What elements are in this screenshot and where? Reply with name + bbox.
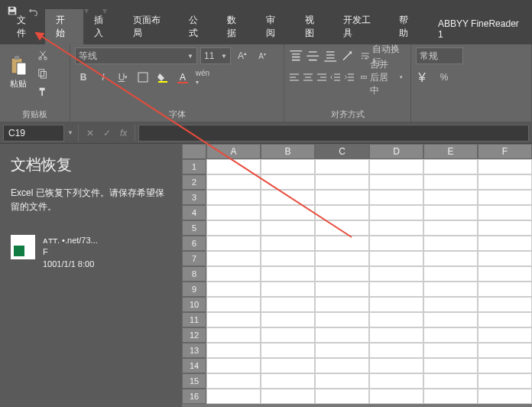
cell[interactable] [369,236,423,251]
row-header[interactable]: 7 [182,251,206,266]
cell[interactable] [369,312,423,327]
cell[interactable] [315,282,369,297]
cell[interactable] [478,297,532,312]
row-header[interactable]: 13 [182,343,206,358]
cell[interactable] [315,373,369,389]
cell[interactable] [315,205,369,220]
cell[interactable] [478,312,532,327]
cell[interactable] [478,343,532,358]
cell[interactable] [369,358,423,373]
enter-icon[interactable]: ✓ [103,128,111,138]
cell[interactable] [261,190,315,205]
align-center-icon[interactable] [303,69,313,86]
cell[interactable] [315,220,369,236]
cell[interactable] [206,358,261,373]
cell[interactable] [315,159,369,174]
cell[interactable] [478,174,532,190]
cell[interactable] [369,389,423,404]
row-header[interactable]: 16 [182,389,206,404]
cell[interactable] [369,327,423,343]
cell[interactable] [423,389,478,404]
tab-dev[interactable]: 开发工具 [332,9,388,44]
fill-color-button[interactable] [154,69,171,86]
cell[interactable] [478,251,532,266]
currency-icon[interactable]: ¥ [416,69,433,86]
align-left-icon[interactable] [289,69,300,86]
row-header[interactable]: 10 [182,297,206,312]
cell[interactable] [206,343,261,358]
cell[interactable] [423,282,478,297]
cell[interactable] [315,343,369,358]
indent-dec-icon[interactable] [330,69,341,86]
cell[interactable] [261,312,315,327]
align-right-icon[interactable] [316,69,327,86]
row-header[interactable]: 15 [182,373,206,389]
format-painter-icon[interactable] [35,84,50,99]
row-header[interactable]: 4 [182,205,206,220]
cell[interactable] [206,190,261,205]
cell[interactable] [423,205,478,220]
tab-formula[interactable]: 公式 [178,9,217,44]
tab-view[interactable]: 视图 [294,9,333,44]
cell[interactable] [478,327,532,343]
cell[interactable] [206,236,261,251]
col-header[interactable]: A [206,144,261,159]
cell[interactable] [315,266,369,282]
cell[interactable] [478,266,532,282]
cell[interactable] [478,220,532,236]
cell[interactable] [369,251,423,266]
number-format-combo[interactable]: 常规 [416,47,463,64]
cancel-icon[interactable]: ✕ [86,128,94,138]
cell[interactable] [261,251,315,266]
cell[interactable] [261,236,315,251]
cell[interactable] [369,159,423,174]
cell[interactable] [423,251,478,266]
cell[interactable] [261,220,315,236]
cell[interactable] [423,373,478,389]
col-header[interactable]: D [369,144,423,159]
col-header[interactable]: C [315,144,369,159]
cell[interactable] [261,266,315,282]
name-box[interactable]: C19 [3,125,64,142]
cell[interactable] [206,174,261,190]
tab-layout[interactable]: 页面布局 [122,9,178,44]
shrink-font-icon[interactable]: A▾ [254,47,271,64]
align-bot-icon[interactable] [323,47,337,64]
cell[interactable] [261,205,315,220]
cell[interactable] [478,190,532,205]
tab-abbyy[interactable]: ABBYY FineReader 1 [427,14,532,44]
grow-font-icon[interactable]: A▴ [234,47,251,64]
font-name-combo[interactable]: 等线▼ [75,47,197,64]
cell[interactable] [423,312,478,327]
cell[interactable] [261,358,315,373]
cell[interactable] [261,282,315,297]
row-header[interactable]: 3 [182,190,206,205]
percent-icon[interactable]: % [436,69,453,86]
cell[interactable] [423,297,478,312]
col-header[interactable]: B [261,144,315,159]
cell[interactable] [315,236,369,251]
row-header[interactable]: 11 [182,312,206,327]
cell[interactable] [369,220,423,236]
cell[interactable] [206,373,261,389]
cell[interactable] [369,297,423,312]
tab-home[interactable]: 开始 [45,9,84,44]
cell[interactable] [478,159,532,174]
cell[interactable] [423,358,478,373]
cell[interactable] [478,358,532,373]
cell[interactable] [478,373,532,389]
cell[interactable] [369,282,423,297]
cell[interactable] [478,282,532,297]
cell[interactable] [423,236,478,251]
tab-review[interactable]: 审阅 [255,9,294,44]
cell[interactable] [315,174,369,190]
cell[interactable] [315,312,369,327]
cell[interactable] [423,220,478,236]
tab-help[interactable]: 帮助 [388,9,427,44]
orientation-icon[interactable] [340,47,354,64]
indent-inc-icon[interactable] [344,69,355,86]
cell[interactable] [369,343,423,358]
tab-insert[interactable]: 插入 [83,9,122,44]
paste-button[interactable]: 粘贴 [5,47,32,96]
cell[interactable] [261,159,315,174]
